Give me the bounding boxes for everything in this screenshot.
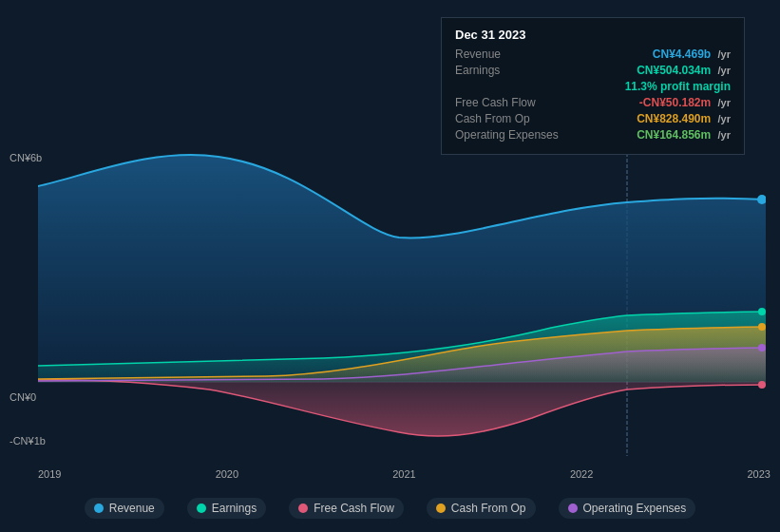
tooltip-margin-row: 11.3% profit margin [455,80,731,93]
legend-earnings-dot [197,504,206,513]
x-axis: 2019 2020 2021 2022 2023 [38,468,770,480]
legend-opex-label: Operating Expenses [583,502,687,515]
chart-svg [38,147,766,456]
tooltip-box: Dec 31 2023 Revenue CN¥4.469b /yr Earnin… [441,17,745,155]
tooltip-earnings-label: Earnings [455,64,500,77]
y-label-zero: CN¥0 [10,391,36,403]
tooltip-opex-row: Operating Expenses CN¥164.856m /yr [455,128,731,142]
legend-opex[interactable]: Operating Expenses [559,498,696,519]
tooltip-opex-label: Operating Expenses [455,128,559,142]
svg-point-6 [758,381,766,389]
x-label-2019: 2019 [38,468,61,480]
svg-point-3 [758,308,766,315]
legend-opex-dot [568,504,578,513]
tooltip-cashfromop-label: Cash From Op [455,112,530,125]
legend-revenue-label: Revenue [109,502,155,515]
svg-point-5 [758,344,766,352]
x-label-2022: 2022 [570,468,593,480]
tooltip-fcf-value: -CN¥50.182m /yr [639,96,731,109]
tooltip-earnings-row: Earnings CN¥504.034m /yr [455,64,731,77]
legend-cashfromop[interactable]: Cash From Op [427,498,536,519]
legend-revenue[interactable]: Revenue [85,498,164,519]
tooltip-earnings-value: CN¥504.034m /yr [637,64,731,77]
legend-cashfromop-label: Cash From Op [451,502,526,515]
legend-fcf-label: Free Cash Flow [314,502,394,515]
tooltip-opex-value: CN¥164.856m /yr [637,128,731,142]
tooltip-fcf-row: Free Cash Flow -CN¥50.182m /yr [455,96,731,109]
legend-earnings-label: Earnings [212,502,257,515]
tooltip-revenue-row: Revenue CN¥4.469b /yr [455,48,731,61]
legend-cashfromop-dot [436,504,446,513]
tooltip-margin-value: 11.3% profit margin [625,80,731,93]
legend: Revenue Earnings Free Cash Flow Cash Fro… [0,498,780,519]
tooltip-revenue-label: Revenue [455,48,501,61]
x-label-2020: 2020 [216,468,238,480]
legend-earnings[interactable]: Earnings [187,498,266,519]
tooltip-revenue-value: CN¥4.469b /yr [653,48,731,61]
svg-point-4 [758,323,766,331]
x-label-2021: 2021 [392,468,415,480]
legend-revenue-dot [94,504,104,513]
tooltip-cashfromop-value: CN¥828.490m /yr [637,112,731,125]
legend-fcf[interactable]: Free Cash Flow [289,498,404,519]
x-label-2023: 2023 [748,468,770,480]
legend-fcf-dot [298,504,308,513]
tooltip-date: Dec 31 2023 [455,28,731,42]
tooltip-cashfromop-row: Cash From Op CN¥828.490m /yr [455,112,731,125]
chart-container: Dec 31 2023 Revenue CN¥4.469b /yr Earnin… [0,0,780,532]
tooltip-fcf-label: Free Cash Flow [455,96,536,109]
